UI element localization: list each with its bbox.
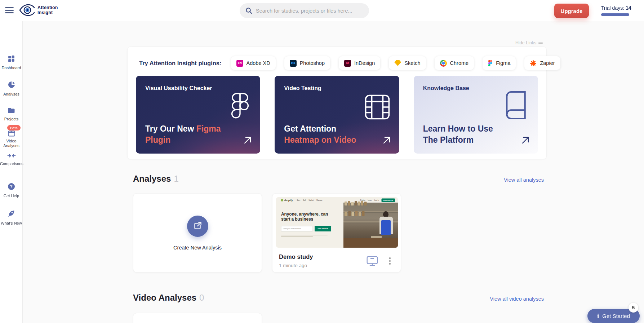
plugin-chip-photoshop[interactable]: Ps Photoshop	[284, 56, 330, 70]
get-started-badge: 5	[629, 303, 638, 313]
promo-eyebrow: Visual Usability Checker	[145, 85, 251, 92]
rocket-icon	[7, 209, 16, 218]
analyses-section-header: Analyses1 View all analyses	[133, 174, 544, 184]
arrow-up-right-icon	[382, 136, 391, 145]
thumb-email-input: Enter your email address	[281, 226, 313, 231]
hide-links-label: Hide Links	[515, 40, 536, 45]
hide-links-icon	[538, 41, 543, 45]
app-logo[interactable]: Attention Insight	[19, 3, 58, 17]
beta-badge: Beta	[7, 125, 21, 130]
study-title: Demo study	[279, 253, 313, 260]
adobe-xd-icon: Xd	[236, 60, 243, 67]
sidebar-item-label: Dashboard	[0, 66, 23, 70]
figma-outline-icon	[228, 92, 252, 122]
analyses-title: Analyses1	[133, 174, 179, 184]
create-analysis-label: Create New Analysis	[173, 245, 222, 251]
sidebar-item-label: Analyses	[0, 92, 23, 97]
hide-links-toggle[interactable]: Hide Links	[515, 40, 543, 45]
main-content: Hide Links Try Attention Insight plugins…	[23, 21, 644, 323]
study-info-row: Demo study 1 minute ago	[276, 248, 397, 268]
eye-logo-icon	[19, 3, 35, 17]
trial-progress-bar	[601, 13, 629, 16]
desktop-monitor-icon	[366, 256, 378, 266]
sidebar-item-get-help[interactable]: ? Get Help	[0, 183, 23, 198]
promo-title: Try Our New Figma Plugin	[145, 123, 235, 146]
thumb-photo	[343, 203, 398, 248]
sketch-icon	[394, 60, 401, 66]
folder-icon	[8, 107, 15, 114]
thumb-legal-text	[281, 235, 328, 238]
plugin-chip-sketch[interactable]: Sketch	[389, 56, 426, 70]
info-icon: i	[597, 313, 599, 319]
indesign-icon: Id	[344, 60, 351, 67]
plugin-chip-indesign[interactable]: Id InDesign	[339, 56, 380, 70]
svg-text:?: ?	[10, 184, 13, 189]
promo-card-knowledge-base[interactable]: Knowledge Base Learn How to Use The Plat…	[414, 76, 538, 154]
analyses-cards-row: Create New Analysis shopify Start Sell M…	[133, 193, 544, 273]
promo-title: Learn How to Use The Platform	[423, 123, 507, 146]
sidebar-item-dashboard[interactable]: Dashboard	[0, 55, 23, 70]
compare-arrows-icon	[7, 153, 16, 158]
sidebar-item-whats-new[interactable]: What's New	[0, 209, 23, 226]
promo-eyebrow: Video Testing	[284, 85, 390, 92]
plugin-chip-chrome[interactable]: Chrome	[435, 56, 474, 70]
sidebar-item-analyses[interactable]: Analyses	[0, 81, 23, 97]
plugin-chip-zapier[interactable]: Zapier	[524, 56, 560, 70]
sidebar-item-label: Projects	[0, 117, 23, 121]
create-new-video-analysis-card[interactable]	[133, 313, 262, 323]
arrow-up-right-icon	[243, 136, 252, 145]
view-all-analyses-link[interactable]: View all analyses	[504, 177, 544, 184]
app-logo-text: Attention Insight	[37, 5, 58, 15]
plugins-panel: Try Attention Insight plugins: Xd Adobe …	[127, 47, 547, 159]
dashboard-grid-icon	[8, 55, 15, 62]
search-input[interactable]	[256, 8, 363, 14]
zapier-icon	[530, 60, 537, 67]
chrome-icon	[440, 60, 447, 67]
sidebar-item-label: Get Help	[0, 194, 23, 198]
promo-cards-row: Visual Usability Checker Try Our New Fig…	[136, 76, 538, 154]
create-new-analysis-card[interactable]: Create New Analysis	[133, 193, 262, 273]
global-search	[240, 3, 369, 18]
plugin-chip-adobe-xd[interactable]: Xd Adobe XD	[231, 56, 276, 70]
sidebar-item-label: Video	[0, 139, 23, 143]
arrow-up-right-icon	[521, 136, 530, 145]
question-circle-icon: ?	[8, 183, 15, 190]
video-analyses-section-header: Video Analyses0 View all video analyses	[133, 293, 544, 303]
promo-card-figma-plugin[interactable]: Visual Usability Checker Try Our New Fig…	[136, 76, 260, 154]
plugins-title: Try Attention Insight plugins:	[139, 60, 222, 67]
analyses-count: 1	[174, 174, 178, 183]
create-analysis-button[interactable]	[187, 216, 208, 237]
sidebar-item-comparisons[interactable]: Comparisons	[0, 153, 23, 166]
photoshop-icon: Ps	[290, 60, 297, 67]
sidebar-item-label: Analyses	[0, 143, 23, 148]
plugin-chip-figma[interactable]: Figma	[483, 56, 516, 70]
sidebar-item-label: Comparisons	[0, 162, 23, 166]
plugins-row: Try Attention Insight plugins: Xd Adobe …	[139, 56, 538, 70]
pie-chart-icon	[8, 81, 15, 89]
trial-days-label: Trial days: 14	[601, 5, 631, 11]
left-sidebar: Dashboard Analyses Projects Beta Video A…	[0, 21, 23, 323]
export-arrow-icon	[193, 221, 202, 231]
study-menu-kebab-icon[interactable]	[388, 256, 392, 266]
study-timestamp: 1 minute ago	[279, 263, 313, 268]
thumb-heading: Anyone, anywhere, can start a business	[281, 211, 328, 222]
video-film-icon	[8, 130, 15, 137]
thumb-cta-button: Start free trial	[315, 226, 331, 231]
hamburger-menu-icon[interactable]	[5, 7, 14, 14]
promo-card-video-testing[interactable]: Video Testing Get Attention Heatmap on V…	[275, 76, 399, 154]
sidebar-item-projects[interactable]: Projects	[0, 107, 23, 121]
search-icon	[245, 7, 252, 14]
video-analyses-title: Video Analyses0	[133, 293, 204, 303]
study-thumbnail[interactable]: shopify Start Sell Market Manage Pricing…	[276, 197, 398, 248]
sidebar-item-video-analyses[interactable]: Beta Video Analyses	[0, 124, 23, 148]
view-all-video-analyses-link[interactable]: View all video analyses	[490, 296, 544, 303]
book-icon	[506, 91, 527, 120]
promo-title: Get Attention Heatmap on Video	[284, 123, 370, 146]
demo-study-card[interactable]: shopify Start Sell Market Manage Pricing…	[272, 193, 401, 273]
top-header: Attention Insight Upgrade Trial days: 14	[0, 0, 644, 21]
figma-icon	[488, 60, 493, 67]
sidebar-item-label: What's New	[0, 221, 23, 226]
upgrade-button[interactable]: Upgrade	[554, 4, 589, 18]
film-frame-icon	[364, 94, 391, 120]
video-analyses-count: 0	[199, 293, 204, 302]
